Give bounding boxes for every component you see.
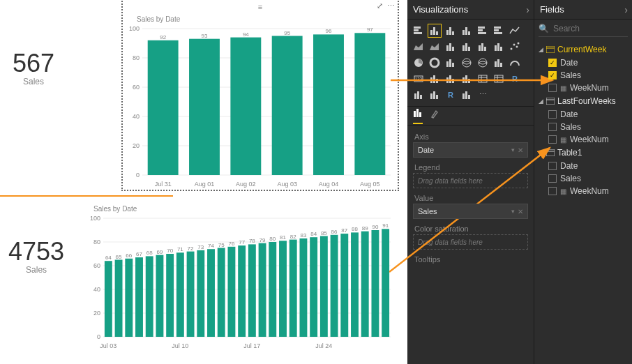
svg-rect-70 — [248, 244, 256, 337]
svg-rect-141 — [449, 59, 451, 67]
svg-point-137 — [518, 43, 520, 45]
tab-format[interactable] — [430, 109, 439, 123]
format-tabs — [407, 106, 534, 126]
svg-text:Jul 10: Jul 10 — [172, 342, 188, 349]
viz-type-treemap[interactable] — [444, 56, 458, 70]
chevron-down-icon[interactable]: ▾ — [511, 146, 515, 153]
field-sales[interactable]: Sales — [536, 172, 631, 185]
search-input[interactable] — [553, 24, 616, 33]
svg-rect-126 — [465, 43, 467, 51]
table-currentweek[interactable]: ◢ CurrentWeek — [536, 43, 631, 56]
field-sales[interactable]: Sales — [536, 121, 631, 133]
field-weeknum[interactable]: ▦WeekNum — [536, 185, 631, 197]
svg-rect-12 — [148, 40, 179, 175]
viz-type-slicer[interactable] — [460, 72, 474, 86]
viz-type-column-100[interactable] — [460, 24, 474, 38]
viz-type-filled-map[interactable] — [476, 56, 490, 70]
svg-rect-92 — [361, 232, 369, 337]
field-sales[interactable]: ✓Sales — [536, 69, 631, 82]
viz-type-r[interactable]: R — [444, 88, 458, 102]
drag-handle-icon[interactable]: ≡ — [258, 3, 262, 11]
svg-rect-131 — [495, 45, 497, 51]
viz-type-area[interactable] — [412, 40, 426, 54]
svg-rect-157 — [465, 75, 467, 83]
remove-field-icon[interactable]: ✕ — [518, 208, 523, 215]
field-weeknum[interactable]: ▦WeekNum — [536, 133, 631, 146]
svg-rect-48 — [135, 257, 143, 337]
checkbox-icon[interactable] — [548, 187, 557, 195]
viz-type-bar-stacked[interactable] — [412, 24, 426, 38]
svg-text:80: 80 — [269, 236, 276, 242]
panel-header[interactable]: Visualizations › — [407, 0, 534, 20]
field-date[interactable]: Date — [536, 108, 631, 121]
checkbox-icon[interactable]: ✓ — [548, 71, 557, 79]
viz-type-rscript[interactable]: R — [508, 72, 522, 86]
viz-type-column[interactable] — [428, 24, 442, 38]
svg-text:71: 71 — [177, 246, 183, 252]
viz-type-scatter[interactable] — [508, 40, 522, 54]
svg-text:86: 86 — [331, 229, 338, 235]
panel-header[interactable]: Fields › — [534, 0, 632, 20]
viz-type-funnel[interactable] — [492, 56, 506, 70]
card-sales-current[interactable]: 567 Sales — [13, 49, 54, 86]
checkbox-icon[interactable] — [548, 84, 557, 92]
svg-point-144 — [479, 59, 487, 67]
chart-tile-current-week[interactable]: ≡ ⤢ ⋯ Sales by Date 02040608010092939495… — [123, 0, 398, 190]
svg-rect-76 — [279, 241, 287, 337]
svg-text:123: 123 — [415, 77, 423, 81]
viz-type-more[interactable]: ⋯ — [476, 88, 490, 102]
viz-type-bar-100[interactable] — [492, 24, 506, 38]
well-colorsat[interactable]: Drag data fields here — [413, 234, 528, 250]
chart-tile-last-four-weeks[interactable]: Sales by Date 02040608010064656667686970… — [84, 204, 398, 357]
focus-mode-icon[interactable]: ⤢ — [377, 1, 383, 10]
table-lastfourweeks[interactable]: ◢ LastFourWeeks — [536, 94, 631, 108]
svg-rect-127 — [468, 47, 470, 51]
viz-type-pie[interactable] — [412, 56, 426, 70]
viz-type-ribbon[interactable] — [476, 40, 490, 54]
viz-type-waterfall[interactable] — [492, 40, 506, 54]
checkbox-icon[interactable] — [548, 135, 557, 144]
viz-type-donut-kpi[interactable] — [428, 88, 442, 102]
checkbox-icon[interactable] — [548, 110, 557, 119]
report-canvas[interactable]: 567 Sales ≡ ⤢ ⋯ Sales by Date 0204060801… — [0, 0, 407, 364]
chevron-right-icon[interactable]: › — [526, 4, 529, 15]
checkbox-icon[interactable] — [548, 174, 557, 183]
remove-field-icon[interactable]: ✕ — [518, 146, 523, 154]
svg-rect-155 — [452, 79, 454, 83]
well-legend[interactable]: Drag data fields here — [413, 173, 528, 188]
checkbox-icon[interactable] — [548, 123, 557, 131]
viz-type-kpi[interactable] — [444, 72, 458, 86]
well-axis[interactable]: Date ▾ ✕ — [413, 142, 528, 158]
viz-type-area-stacked[interactable] — [428, 40, 442, 54]
card-sales-lastfour[interactable]: 4753 Sales — [8, 237, 64, 275]
viz-type-py[interactable] — [460, 88, 474, 102]
svg-rect-184 — [546, 149, 555, 156]
well-value[interactable]: Sales ▾ ✕ — [413, 204, 528, 219]
table-table1[interactable]: ◢ Table1 — [536, 146, 631, 160]
viz-type-donut[interactable] — [428, 56, 442, 70]
fields-search[interactable]: 🔍 — [539, 24, 628, 37]
checkbox-icon[interactable]: ✓ — [548, 59, 557, 67]
viz-type-column-stacked[interactable] — [444, 24, 458, 38]
field-date[interactable]: ✓Date — [536, 56, 631, 69]
field-date[interactable]: Date — [536, 160, 631, 172]
viz-type-line[interactable] — [508, 24, 522, 38]
well-label-axis: Axis — [407, 128, 534, 142]
viz-type-line-col-stacked[interactable] — [460, 40, 474, 54]
viz-type-table[interactable] — [476, 72, 490, 86]
viz-type-arc[interactable] — [412, 88, 426, 102]
more-options-icon[interactable]: ⋯ — [387, 1, 395, 10]
viz-type-gauge[interactable] — [508, 56, 522, 70]
viz-type-multi-card[interactable] — [428, 72, 442, 86]
viz-type-bar[interactable] — [476, 24, 490, 38]
tab-fields[interactable] — [413, 108, 423, 124]
field-weeknum[interactable]: ▦WeekNum — [536, 82, 631, 94]
svg-rect-117 — [478, 29, 483, 31]
viz-type-map[interactable] — [460, 56, 474, 70]
chevron-right-icon[interactable]: › — [624, 4, 628, 15]
viz-type-card[interactable]: 123 — [412, 72, 426, 86]
viz-type-matrix[interactable] — [492, 72, 506, 86]
checkbox-icon[interactable] — [548, 162, 557, 170]
chevron-down-icon[interactable]: ▾ — [511, 208, 515, 215]
viz-type-line-col[interactable] — [444, 40, 458, 54]
